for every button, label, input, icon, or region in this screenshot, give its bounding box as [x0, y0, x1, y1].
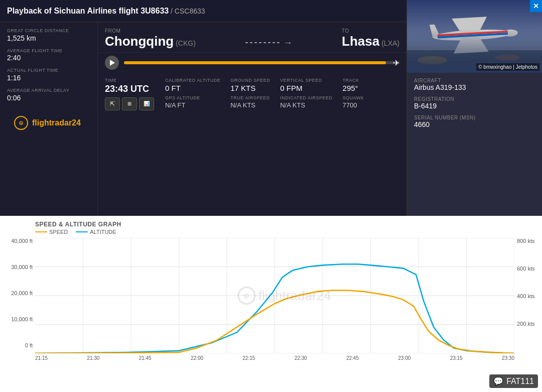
flight-number: 3U8633 — [141, 7, 169, 15]
ctrl-btn-1[interactable]: ⇱ — [105, 97, 120, 110]
stats-section: GREAT CIRCLE DISTANCE 1,525 km AVERAGE F… — [0, 22, 98, 216]
play-button[interactable] — [105, 56, 119, 70]
vertical-speed-value: 0 FPM — [280, 84, 332, 92]
speed-legend-label: SPEED — [49, 229, 68, 235]
chart-svg — [35, 238, 514, 353]
avg-arrival-delay-label: AVERAGE ARRIVAL DELAY — [7, 88, 90, 94]
svg-point-3 — [495, 55, 520, 61]
vertical-speed-label: VERTICAL SPEED — [280, 78, 332, 84]
aircraft-label: AIRCRAFT — [414, 78, 535, 83]
svg-marker-6 — [453, 34, 489, 54]
header-title: Playback of Sichuan Airlines flight 3U86… — [7, 7, 205, 16]
svg-rect-0 — [407, 0, 542, 73]
route-section: FROM Chongqing (CKG) → — [98, 22, 406, 53]
svg-rect-10 — [438, 33, 508, 38]
x-label-2215: 22:15 — [242, 355, 255, 361]
great-circle-label: GREAT CIRCLE DISTANCE — [7, 28, 90, 34]
y-label-400kts: 400 kts — [517, 293, 542, 299]
squawk-value: 7700 — [343, 101, 364, 109]
speed-legend-line — [35, 231, 47, 232]
avg-flight-time-value: 2:40 — [7, 54, 90, 62]
calibrated-alt-label: CALIBRATED ALTITUDE — [165, 78, 220, 84]
vertical-speed-col: VERTICAL SPEED 0 FPM INDICATED AIRSPEED … — [280, 78, 332, 110]
y-label-30k: 30,000 ft — [3, 264, 33, 270]
serial-label: SERIAL NUMBER (MSN) — [414, 115, 535, 120]
y-label-600kts: 600 kts — [517, 266, 542, 272]
logo-circle: ⊕ — [14, 116, 28, 130]
ground-speed-col: GROUND SPEED 17 KTS TRUE AIRSPEED N/A KT… — [230, 78, 270, 110]
x-label-2330: 23:30 — [502, 355, 514, 361]
svg-point-5 — [502, 29, 518, 37]
ground-speed-value: 17 KTS — [230, 84, 270, 92]
photo-panel: ✕ — [406, 0, 542, 216]
speed-legend-item: SPEED — [35, 229, 68, 235]
y-label-20k: 20,000 ft — [3, 290, 33, 296]
x-label-2245: 22:45 — [346, 355, 359, 361]
altitude-legend-line — [76, 231, 88, 232]
ground-speed-label: GROUND SPEED — [230, 78, 270, 84]
title-prefix: Playback of Sichuan Airlines flight — [7, 7, 141, 15]
true-airspeed-value: N/A KTS — [230, 101, 270, 109]
aircraft-info: AIRCRAFT Airbus A319-133 REGISTRATION B-… — [407, 73, 542, 139]
serial-value: 4660 — [414, 120, 535, 128]
aircraft-value: Airbus A319-133 — [414, 83, 535, 91]
photo-credit: © bmwxinghao | Jetphotos — [476, 63, 539, 71]
track-squawk-col: TRACK 295° SQUAWK 7700 — [343, 78, 364, 110]
route-arrow: → — [196, 30, 342, 48]
from-block: FROM Chongqing (CKG) — [105, 28, 196, 49]
x-axis: 21:15 21:30 21:45 22:00 22:15 22:30 22:4… — [35, 355, 514, 361]
close-button[interactable]: ✕ — [530, 0, 542, 12]
gps-alt-label: GPS ALTITUDE — [165, 95, 220, 101]
logo-section: ⊕ flightradar24 — [7, 112, 90, 134]
badge-text: FAT111 — [506, 377, 534, 386]
actual-flight-time-label: ACTUAL FLIGHT TIME — [7, 68, 90, 74]
to-block: TO Lhasa (LXA) — [342, 28, 399, 49]
dotted-arrow: → — [245, 38, 292, 48]
actual-flight-time-stat: ACTUAL FLIGHT TIME 1:16 — [7, 68, 90, 82]
great-circle-stat: GREAT CIRCLE DISTANCE 1,525 km — [7, 28, 90, 42]
aircraft-photo: © bmwxinghao | Jetphotos — [407, 0, 542, 73]
indicated-airspeed-label: INDICATED AIRSPEED — [280, 95, 332, 101]
svg-rect-9 — [438, 31, 508, 36]
wechat-icon: 💬 — [493, 376, 503, 386]
y-label-0: 0 ft — [3, 342, 33, 348]
y-label-10k: 10,000 ft — [3, 316, 33, 322]
gps-alt-value: N/A FT — [165, 101, 220, 109]
to-label: TO — [342, 28, 399, 34]
track-value: 295° — [343, 84, 364, 92]
y-label-40k: 40,000 ft — [3, 238, 33, 244]
y-label-800kts: 800 kts — [517, 238, 542, 244]
time-col: TIME 23:43 UTC ⇱ ⊞ 📊 — [105, 78, 155, 110]
from-code: (CKG) — [176, 39, 196, 47]
avg-flight-time-stat: AVERAGE FLIGHT TIME 2:40 — [7, 48, 90, 62]
avg-flight-time-label: AVERAGE FLIGHT TIME — [7, 48, 90, 54]
squawk-label: SQUAWK — [343, 95, 364, 101]
header-bar: Playback of Sichuan Airlines flight 3U86… — [0, 0, 406, 22]
plane-marker-icon: ✈ — [393, 58, 399, 68]
ctrl-btn-3[interactable]: 📊 — [139, 97, 154, 110]
avg-arrival-delay-value: 0:06 — [7, 94, 90, 102]
chart-panel: SPEED & ALTITUDE GRAPH SPEED ALTITUDE 40… — [0, 216, 542, 392]
svg-point-4 — [432, 28, 513, 42]
y-label-200kts: 200 kts — [517, 321, 542, 327]
progress-bar[interactable]: ✈ — [124, 61, 399, 64]
calibrated-alt-col: CALIBRATED ALTITUDE 0 FT GPS ALTITUDE N/… — [165, 78, 220, 110]
actual-flight-time-value: 1:16 — [7, 74, 90, 82]
registration-label: REGISTRATION — [414, 96, 535, 102]
calibrated-alt-value: 0 FT — [165, 84, 220, 92]
track-label: TRACK — [343, 78, 364, 84]
ctrl-btn-2[interactable]: ⊞ — [122, 97, 137, 110]
chart-icon: 📊 — [144, 101, 150, 106]
logo-icon: ⊕ — [19, 119, 24, 126]
time-controls: ⇱ ⊞ 📊 — [105, 97, 155, 110]
x-label-2315: 23:15 — [450, 355, 463, 361]
great-circle-value: 1,525 km — [7, 34, 90, 42]
play-icon — [110, 60, 115, 66]
x-label-2300: 23:00 — [398, 355, 411, 361]
progress-fill — [124, 61, 386, 64]
time-label: TIME — [105, 78, 155, 84]
from-label: FROM — [105, 28, 196, 34]
x-label-2200: 22:00 — [191, 355, 203, 361]
avg-arrival-delay-stat: AVERAGE ARRIVAL DELAY 0:06 — [7, 88, 90, 102]
y-axis-left: 40,000 ft 30,000 ft 20,000 ft 10,000 ft … — [3, 238, 33, 348]
